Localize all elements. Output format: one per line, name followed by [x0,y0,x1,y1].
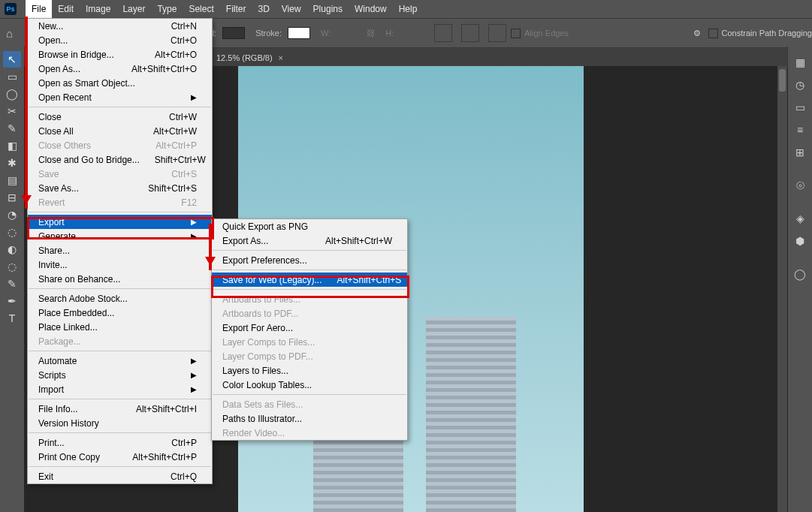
menu-item[interactable]: New...Ctrl+N [28,19,212,33]
panel-icon[interactable]: ⬢ [791,232,809,250]
menu-item: Render Video... [212,426,407,440]
path-arrange-icon[interactable] [488,24,506,42]
menu-item: Layer Comps to PDF... [212,349,407,363]
menu-item[interactable]: Save As...Shift+Ctrl+S [28,181,212,195]
menu-type[interactable]: Type [151,0,183,18]
tool-button[interactable]: ▤ [3,172,21,188]
menu-item: SaveCtrl+S [28,167,212,181]
document-tab[interactable]: 12.5% (RGB/8)× [216,53,283,62]
menu-item[interactable]: Browse in Bridge...Alt+Ctrl+O [28,47,212,62]
panel-icon[interactable]: ◷ [791,76,809,94]
tool-button[interactable]: ⊟ [3,189,21,206]
menu-item[interactable]: Close AllAlt+Ctrl+W [28,124,212,138]
panel-icon[interactable]: ⊞ [791,143,809,161]
menu-item[interactable]: Search Adobe Stock... [28,291,212,306]
shape-mode-icon[interactable] [434,24,452,42]
fill-swatch[interactable] [222,27,245,39]
menu-item[interactable]: File Info...Alt+Shift+Ctrl+I [28,402,212,416]
menu-item: Close OthersAlt+Ctrl+P [28,138,212,152]
panel-icon[interactable]: ▭ [791,98,809,116]
menu-item[interactable]: ExitCtrl+Q [28,469,212,483]
export-submenu: Quick Export as PNGExport As...Alt+Shift… [211,218,408,441]
menu-image[interactable]: Image [80,0,116,18]
tool-button[interactable]: ◌ [3,258,21,275]
submenu-arrow-icon: ▶ [191,93,197,101]
menu-item[interactable]: Export As...Alt+Shift+Ctrl+W [212,233,407,248]
gear-icon[interactable]: ⚙ [693,29,701,38]
menu-layer[interactable]: Layer [116,0,151,18]
tool-button[interactable]: ◐ [3,241,21,258]
panel-icon[interactable]: ⦾ [791,176,809,194]
tool-button[interactable]: ◔ [3,206,21,223]
menu-item[interactable]: Print...Ctrl+P [28,435,212,450]
tool-button[interactable]: ✱ [3,155,21,171]
menu-item[interactable]: Open Recent▶ [28,90,212,104]
menu-item[interactable]: Automate▶ [28,354,212,368]
menu-separator [213,270,406,270]
menu-item[interactable]: Quick Export as PNG [212,219,407,233]
tool-button[interactable]: ◧ [3,137,21,154]
scrollbar-thumb[interactable] [779,69,786,92]
panel-icon[interactable]: ◈ [791,209,809,227]
menu-item[interactable]: Export For Aero... [212,321,407,335]
menu-item[interactable]: Version History [28,416,212,430]
menu-item[interactable]: Paths to Illustrator... [212,411,407,426]
align-edges-checkbox[interactable] [511,29,521,38]
stroke-swatch[interactable] [288,27,310,39]
tool-button[interactable]: ✂ [3,103,21,119]
app-icon: Ps [5,3,17,15]
panel-icon[interactable]: ▦ [791,53,809,71]
menu-item[interactable]: Print One CopyAlt+Shift+Ctrl+P [28,450,212,464]
menu-item[interactable]: Invite... [28,258,212,272]
menu-edit[interactable]: Edit [52,0,80,18]
menu-separator [29,212,211,212]
annotation-arrow [25,17,28,209]
menu-item[interactable]: Close and Go to Bridge...Shift+Ctrl+W [28,152,212,167]
menu-item[interactable]: Share... [28,243,212,258]
vertical-scrollbar[interactable] [777,66,787,512]
menu-help[interactable]: Help [393,0,424,18]
menu-item[interactable]: Share on Behance... [28,272,212,286]
menu-3d[interactable]: 3D [252,0,275,18]
menu-separator [29,107,211,107]
menu-window[interactable]: Window [349,0,393,18]
menu-item[interactable]: Open As...Alt+Shift+Ctrl+O [28,62,212,76]
menu-item[interactable]: Export Preferences... [212,253,407,267]
menu-separator [29,432,211,433]
menu-file[interactable]: File [26,0,52,18]
menu-item[interactable]: Generate▶ [28,229,212,243]
menu-item[interactable]: Layers to Files... [212,363,407,378]
panel-icon[interactable]: ◯ [791,265,809,283]
file-menu: New...Ctrl+NOpen...Ctrl+OBrowse in Bridg… [27,18,213,484]
tool-button[interactable]: ◌ [3,224,21,240]
menu-item[interactable]: Save for Web (Legacy)...Alt+Shift+Ctrl+S [212,273,407,287]
panel-icon[interactable]: ≡ [791,121,809,139]
width-label: W: [321,29,331,38]
home-icon[interactable]: ⌂ [6,27,13,40]
menu-select[interactable]: Select [183,0,219,18]
menu-item[interactable]: Scripts▶ [28,368,212,382]
menu-item[interactable]: Color Lookup Tables... [212,378,407,392]
path-align-icon[interactable] [461,24,479,42]
menu-item[interactable]: Export▶ [28,215,212,229]
tool-button[interactable]: ✒ [3,293,21,309]
menu-view[interactable]: View [276,0,307,18]
constrain-checkbox[interactable] [708,29,718,38]
close-tab-icon[interactable]: × [279,53,283,62]
menu-item[interactable]: Import▶ [28,382,212,396]
tool-button[interactable]: ↖ [3,51,21,68]
tool-button[interactable]: ◯ [3,86,21,102]
tool-button[interactable]: ✎ [3,276,21,292]
tool-button[interactable]: T [3,310,21,327]
menu-item[interactable]: Open...Ctrl+O [28,33,212,47]
link-icon[interactable]: ⛓ [367,29,375,38]
menu-item[interactable]: Place Embedded... [28,306,212,320]
tool-button[interactable]: ▭ [3,68,21,85]
menu-filter[interactable]: Filter [220,0,252,18]
tool-button[interactable]: ✎ [3,120,21,137]
menu-item[interactable]: CloseCtrl+W [28,110,212,124]
menu-plugins[interactable]: Plugins [307,0,349,18]
menu-item[interactable]: Place Linked... [28,320,212,334]
menu-item[interactable]: Open as Smart Object... [28,76,212,90]
menubar: Ps FileEditImageLayerTypeSelectFilter3DV… [0,0,812,18]
